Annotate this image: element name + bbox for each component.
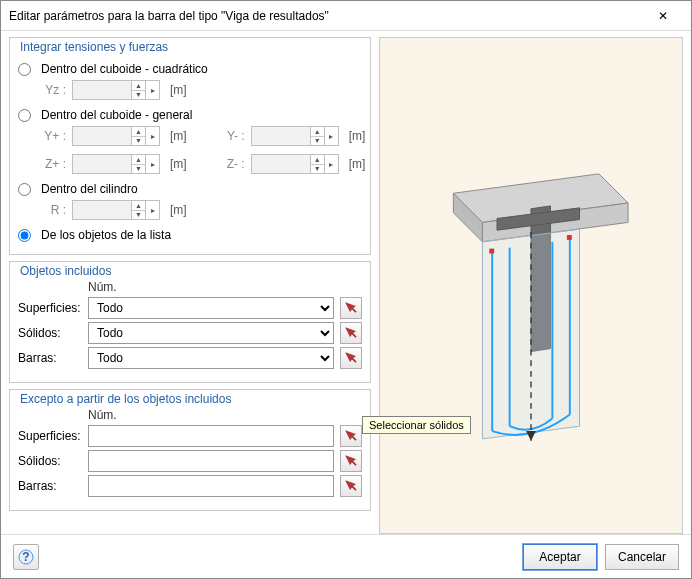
svg-text:?: ? — [22, 550, 29, 564]
left-panel: Integrar tensiones y fuerzas Dentro del … — [9, 37, 371, 534]
spinner-yp[interactable]: ▲▼ — [132, 126, 146, 146]
input-ym[interactable]: ▲▼▸ — [251, 126, 339, 146]
label-zp: Z+ : — [38, 157, 66, 171]
picker-icon — [344, 326, 358, 340]
beam-preview-image — [380, 38, 682, 533]
stepper-r[interactable]: ▸ — [146, 200, 160, 220]
except-surfaces-input[interactable] — [88, 425, 334, 447]
included-solids-select[interactable]: Todo — [88, 322, 334, 344]
group-integrate-title: Integrar tensiones y fuerzas — [18, 40, 170, 54]
label-zm: Z- : — [217, 157, 245, 171]
radio-cuboid-general-label: Dentro del cuboide - general — [41, 108, 192, 122]
input-yz-field[interactable] — [72, 80, 132, 100]
unit-yz: [m] — [170, 83, 187, 97]
unit-zm: [m] — [349, 157, 366, 171]
picker-icon — [344, 479, 358, 493]
pick-except-members-button[interactable] — [340, 475, 362, 497]
stepper-yz[interactable]: ▸ — [146, 80, 160, 100]
cancel-button[interactable]: Cancelar — [605, 544, 679, 570]
group-except-title: Excepto a partir de los objetos incluido… — [18, 392, 233, 406]
except-solids-input[interactable] — [88, 450, 334, 472]
help-button[interactable]: ? — [13, 544, 39, 570]
included-members-label: Barras: — [18, 351, 82, 365]
radio-cylinder-label: Dentro del cilindro — [41, 182, 138, 196]
preview-pane — [379, 37, 683, 534]
svg-rect-11 — [567, 235, 572, 240]
included-surfaces-label: Superficies: — [18, 301, 82, 315]
pick-surfaces-button[interactable] — [340, 297, 362, 319]
unit-ym: [m] — [349, 129, 366, 143]
spinner-r[interactable]: ▲▼ — [132, 200, 146, 220]
pick-except-solids-button[interactable] — [340, 450, 362, 472]
label-yz: Yz : — [38, 83, 66, 97]
stepper-zp[interactable]: ▸ — [146, 154, 160, 174]
group-included: Objetos incluidos Núm. Superficies: Todo… — [9, 261, 371, 383]
spinner-ym[interactable]: ▲▼ — [311, 126, 325, 146]
input-zp-field[interactable] — [72, 154, 132, 174]
input-zm[interactable]: ▲▼▸ — [251, 154, 339, 174]
radio-cuboid-quadratic-label: Dentro del cuboide - cuadrático — [41, 62, 208, 76]
input-r[interactable]: ▲▼▸ — [72, 200, 160, 220]
dialog-footer: ? Aceptar Cancelar — [1, 534, 691, 578]
radio-objects-list-input[interactable] — [18, 229, 31, 242]
radio-cuboid-quadratic-input[interactable] — [18, 63, 31, 76]
pick-solids-button[interactable] — [340, 322, 362, 344]
input-yz[interactable]: ▲▼ ▸ — [72, 80, 160, 100]
input-zm-field[interactable] — [251, 154, 311, 174]
radio-objects-list[interactable]: De los objetos de la lista — [18, 228, 362, 242]
input-zp[interactable]: ▲▼▸ — [72, 154, 160, 174]
input-yp-field[interactable] — [72, 126, 132, 146]
window-title: Editar parámetros para la barra del tipo… — [9, 9, 643, 23]
stepper-ym[interactable]: ▸ — [325, 126, 339, 146]
close-button[interactable]: ✕ — [643, 2, 683, 30]
included-surfaces-select[interactable]: Todo — [88, 297, 334, 319]
picker-icon — [344, 301, 358, 315]
close-icon: ✕ — [658, 9, 668, 23]
label-r: R : — [38, 203, 66, 217]
svg-marker-13 — [526, 431, 536, 441]
radio-cylinder[interactable]: Dentro del cilindro — [18, 182, 362, 196]
radio-cuboid-quadratic[interactable]: Dentro del cuboide - cuadrático — [18, 62, 362, 76]
spinner-zp[interactable]: ▲▼ — [132, 154, 146, 174]
titlebar: Editar parámetros para la barra del tipo… — [1, 1, 691, 31]
ok-button[interactable]: Aceptar — [523, 544, 597, 570]
label-yp: Y+ : — [38, 129, 66, 143]
label-ym: Y- : — [217, 129, 245, 143]
unit-zp: [m] — [170, 157, 187, 171]
stepper-yp[interactable]: ▸ — [146, 126, 160, 146]
stepper-zm[interactable]: ▸ — [325, 154, 339, 174]
unit-yp: [m] — [170, 129, 187, 143]
pick-members-button[interactable] — [340, 347, 362, 369]
radio-cuboid-general[interactable]: Dentro del cuboide - general — [18, 108, 362, 122]
dialog-body: Integrar tensiones y fuerzas Dentro del … — [1, 31, 691, 534]
spinner-zm[interactable]: ▲▼ — [311, 154, 325, 174]
picker-icon — [344, 429, 358, 443]
picker-icon — [344, 454, 358, 468]
spinner-yz[interactable]: ▲▼ — [132, 80, 146, 100]
except-num-header: Núm. — [88, 408, 362, 422]
except-members-input[interactable] — [88, 475, 334, 497]
help-icon: ? — [18, 549, 34, 565]
radio-objects-list-label: De los objetos de la lista — [41, 228, 171, 242]
svg-rect-10 — [489, 249, 494, 254]
except-solids-label: Sólidos: — [18, 454, 82, 468]
input-r-field[interactable] — [72, 200, 132, 220]
picker-icon — [344, 351, 358, 365]
radio-cuboid-general-input[interactable] — [18, 109, 31, 122]
except-surfaces-label: Superficies: — [18, 429, 82, 443]
group-included-title: Objetos incluidos — [18, 264, 113, 278]
included-members-select[interactable]: Todo — [88, 347, 334, 369]
group-except: Excepto a partir de los objetos incluido… — [9, 389, 371, 511]
pick-except-surfaces-button[interactable] — [340, 425, 362, 447]
included-solids-label: Sólidos: — [18, 326, 82, 340]
input-ym-field[interactable] — [251, 126, 311, 146]
input-yp[interactable]: ▲▼▸ — [72, 126, 160, 146]
tooltip-select-solids: Seleccionar sólidos — [362, 416, 471, 434]
included-num-header: Núm. — [88, 280, 362, 294]
group-integrate: Integrar tensiones y fuerzas Dentro del … — [9, 37, 371, 255]
unit-r: [m] — [170, 203, 187, 217]
radio-cylinder-input[interactable] — [18, 183, 31, 196]
dialog-window: Editar parámetros para la barra del tipo… — [0, 0, 692, 579]
except-members-label: Barras: — [18, 479, 82, 493]
